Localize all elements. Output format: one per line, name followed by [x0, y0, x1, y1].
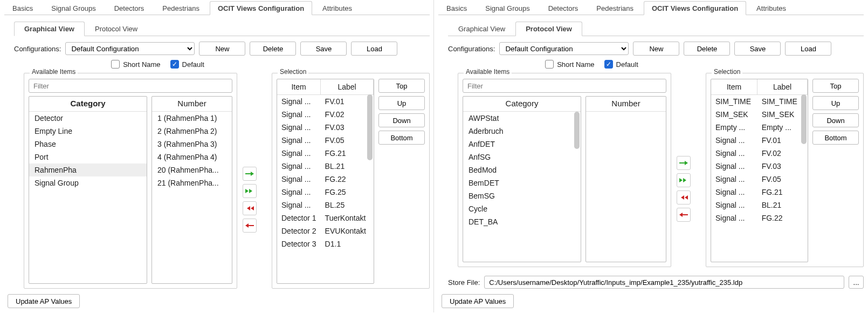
save-button[interactable]: Save — [300, 42, 347, 56]
tab-signal-groups[interactable]: Signal Groups — [477, 1, 538, 15]
table-row[interactable]: Signal ...FV.05 — [277, 134, 374, 147]
add-all-button[interactable] — [677, 173, 691, 187]
table-row[interactable]: Detector 3D1.1 — [277, 237, 374, 250]
remove-all-button[interactable] — [677, 190, 691, 205]
list-item[interactable]: Empty Line — [29, 125, 147, 138]
list-item[interactable]: Port — [29, 151, 147, 164]
tab-ocit-views[interactable]: OCIT Views Configuration — [210, 1, 312, 15]
table-row[interactable]: Signal ...FV.02 — [711, 147, 808, 160]
update-ap-button[interactable]: Update AP Values — [8, 294, 80, 308]
table-row[interactable]: Empty ...Empty ... — [711, 121, 808, 134]
list-item[interactable]: 20 (RahmenPha... — [152, 164, 232, 176]
table-row[interactable]: Detector 2EVUKontakt — [277, 224, 374, 237]
tab-pedestrians[interactable]: Pedestrians — [154, 1, 208, 15]
tab-basics[interactable]: Basics — [4, 1, 41, 15]
tab-detectors[interactable]: Detectors — [106, 1, 153, 15]
table-row[interactable]: Signal ...BL.25 — [277, 199, 374, 212]
bottom-button[interactable]: Bottom — [812, 131, 859, 145]
add-one-button[interactable] — [243, 167, 257, 181]
new-button[interactable]: New — [199, 42, 245, 56]
list-item[interactable]: RahmenPha — [29, 164, 147, 176]
list-item[interactable]: DET_BA — [463, 215, 581, 228]
short-name-checkbox[interactable] — [111, 60, 120, 69]
list-item[interactable]: Signal Group — [29, 176, 147, 189]
list-item[interactable]: AnfDET — [463, 138, 581, 151]
down-button[interactable]: Down — [812, 113, 859, 127]
list-item[interactable]: Phase — [29, 138, 147, 151]
browse-button[interactable]: ... — [849, 276, 864, 289]
store-file-input[interactable] — [484, 276, 844, 289]
table-row[interactable]: Signal ...BL.21 — [277, 160, 374, 173]
category-scrollbar[interactable] — [574, 112, 580, 261]
table-row[interactable]: Signal ...FG.21 — [711, 186, 808, 199]
table-row[interactable]: Signal ...FV.01 — [711, 134, 808, 147]
tab-detectors[interactable]: Detectors — [540, 1, 587, 15]
filter-input[interactable] — [29, 79, 232, 93]
table-row[interactable]: Signal ...FV.02 — [277, 108, 374, 121]
table-row[interactable]: Signal ...FG.22 — [711, 212, 808, 224]
add-all-button[interactable] — [243, 184, 257, 198]
add-one-button[interactable] — [677, 156, 691, 170]
up-button[interactable]: Up — [812, 96, 859, 110]
tab-ocit-views[interactable]: OCIT Views Configuration — [644, 1, 746, 15]
view-subtabs: Graphical View Protocol View — [448, 22, 864, 36]
list-item[interactable]: AnfSG — [463, 151, 581, 164]
configurations-select[interactable]: Default Configuration — [65, 42, 195, 55]
default-checkbox[interactable]: ✓ — [604, 60, 613, 69]
short-name-checkbox[interactable] — [545, 60, 554, 69]
configurations-select[interactable]: Default Configuration — [499, 42, 629, 55]
new-button[interactable]: New — [633, 42, 679, 56]
table-row[interactable]: Detector 1TuerKontakt — [277, 212, 374, 224]
list-item[interactable]: AWPStat — [463, 112, 581, 125]
list-item[interactable]: 3 (RahmenPha 3) — [152, 138, 232, 151]
tab-signal-groups[interactable]: Signal Groups — [43, 1, 104, 15]
remove-one-button[interactable] — [243, 219, 257, 233]
table-row[interactable]: Signal ...FV.01 — [277, 95, 374, 108]
table-row[interactable]: Signal ...FG.22 — [277, 173, 374, 186]
remove-one-button[interactable] — [677, 208, 691, 222]
subtab-graphical[interactable]: Graphical View — [14, 22, 85, 36]
subtab-graphical[interactable]: Graphical View — [448, 22, 515, 36]
list-item[interactable]: 1 (RahmenPha 1) — [152, 112, 232, 125]
tab-attributes[interactable]: Attributes — [314, 1, 360, 15]
list-item[interactable]: 4 (RahmenPha 4) — [152, 151, 232, 164]
table-row[interactable]: Signal ...FV.03 — [277, 121, 374, 134]
top-button[interactable]: Top — [378, 79, 425, 93]
tab-attributes[interactable]: Attributes — [748, 1, 794, 15]
list-item[interactable]: Aderbruch — [463, 125, 581, 138]
list-item[interactable]: 2 (RahmenPha 2) — [152, 125, 232, 138]
bottom-button[interactable]: Bottom — [378, 131, 425, 145]
table-row[interactable]: SIM_TIMESIM_TIME — [711, 95, 808, 108]
remove-all-button[interactable] — [243, 201, 257, 215]
save-button[interactable]: Save — [734, 42, 781, 56]
list-item[interactable]: 21 (RahmenPha... — [152, 176, 232, 189]
list-item[interactable]: Cycle — [463, 202, 581, 215]
table-row[interactable]: Signal ...BL.21 — [711, 199, 808, 212]
tab-basics[interactable]: Basics — [438, 1, 475, 15]
default-checkbox[interactable]: ✓ — [170, 60, 179, 69]
filter-input[interactable] — [463, 79, 666, 93]
load-button[interactable]: Load — [785, 42, 831, 56]
delete-button[interactable]: Delete — [684, 42, 730, 56]
delete-button[interactable]: Delete — [250, 42, 296, 56]
load-button[interactable]: Load — [351, 42, 397, 56]
subtab-protocol[interactable]: Protocol View — [85, 22, 148, 36]
down-button[interactable]: Down — [378, 113, 425, 127]
list-item[interactable]: BemDET — [463, 176, 581, 189]
tab-pedestrians[interactable]: Pedestrians — [588, 1, 642, 15]
list-item[interactable]: Detector — [29, 112, 147, 125]
table-row[interactable]: SIM_SEKSIM_SEK — [711, 108, 808, 121]
table-row[interactable]: Signal ...FG.21 — [277, 147, 374, 160]
list-item[interactable]: BemSG — [463, 189, 581, 202]
list-item[interactable]: BedMod — [463, 164, 581, 176]
table-row[interactable]: Signal ...FV.03 — [711, 160, 808, 173]
table-row[interactable]: Signal ...FG.25 — [277, 186, 374, 199]
selection-scrollbar[interactable] — [801, 94, 807, 261]
up-button[interactable]: Up — [378, 96, 425, 110]
subtab-protocol[interactable]: Protocol View — [515, 22, 582, 36]
update-ap-button[interactable]: Update AP Values — [442, 294, 514, 308]
top-button[interactable]: Top — [812, 79, 859, 93]
table-row[interactable]: Signal ...FV.05 — [711, 173, 808, 186]
selection-scrollbar[interactable] — [367, 94, 373, 282]
category-header: Category — [463, 97, 581, 112]
